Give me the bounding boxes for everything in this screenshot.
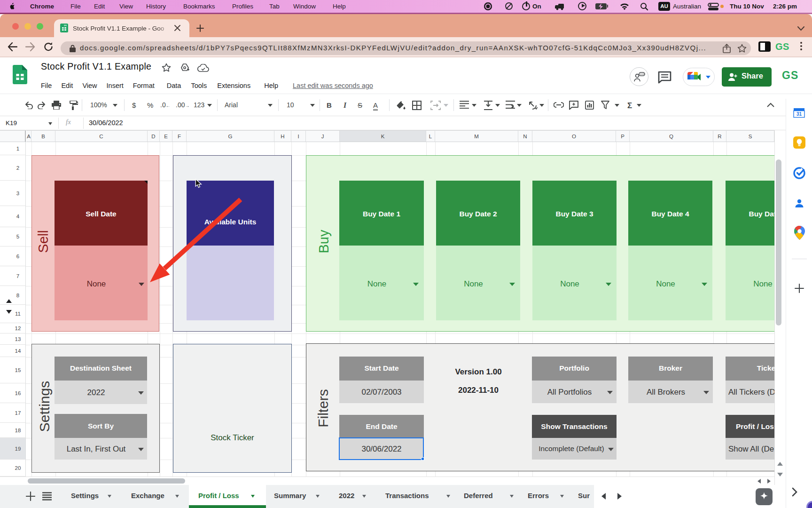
- svg-text:31: 31: [796, 111, 802, 117]
